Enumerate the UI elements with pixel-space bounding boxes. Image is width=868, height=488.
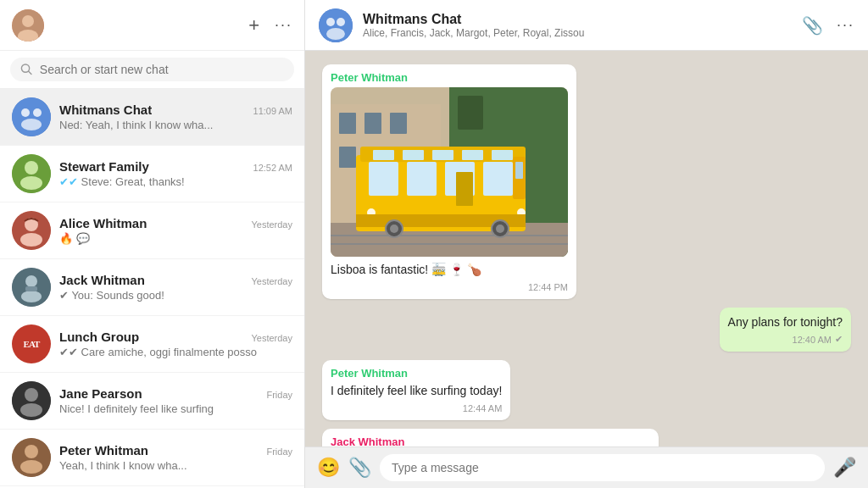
svg-point-11 (20, 176, 42, 190)
chat-item-jack[interactable]: Jack Whitman Yesterday ✔ You: Sounds goo… (0, 259, 304, 316)
chat-item-alice[interactable]: Alice Whitman Yesterday 🔥 💬 (0, 202, 304, 259)
chat-name-jack: Jack Whitman (59, 273, 145, 287)
svg-rect-39 (458, 96, 483, 130)
chat-preview-jack: ✔ You: Sounds good! (59, 289, 292, 302)
chat-info-stewart: Stewart Family 12:52 AM ✔✔ Steve: Great,… (59, 159, 292, 188)
chat-preview-stewart: ✔✔ Steve: Great, thanks! (59, 175, 292, 188)
chat-name-stewart: Stewart Family (59, 159, 149, 174)
attach-header-button[interactable]: 📎 (802, 15, 823, 36)
header-menu-button[interactable]: ··· (837, 16, 854, 34)
svg-point-62 (390, 225, 398, 233)
chat-info-peter: Peter Whitman Friday Yeah, I think I kno… (59, 443, 292, 472)
chat-preview-whitmans: Ned: Yeah, I think I know wha... (59, 119, 292, 131)
checkmarks-stewart: ✔✔ (59, 175, 78, 188)
msg-text-peter-1: Lisboa is fantastic! 🚋 🍷 🍗 (331, 262, 568, 279)
avatar-peter (12, 438, 51, 477)
msg-time-peter-2: 12:44 AM (463, 403, 502, 413)
check-jack: ✔ (59, 289, 69, 302)
chat-preview-peter: Yeah, I think I know wha... (59, 459, 292, 472)
menu-button[interactable]: ··· (275, 16, 292, 34)
svg-point-28 (326, 28, 345, 40)
chat-time-peter: Friday (266, 446, 292, 457)
avatar-lunch: EAT (12, 324, 51, 363)
emoji-button[interactable]: 😊 (317, 457, 340, 479)
tram-image-container (331, 87, 568, 257)
svg-point-5 (12, 97, 51, 136)
chat-info-lunch: Lunch Group Yesterday ✔✔ Care amiche, og… (59, 330, 292, 358)
svg-rect-53 (483, 162, 513, 196)
svg-rect-58 (456, 172, 473, 206)
chat-time-alice: Yesterday (251, 219, 292, 230)
chat-header-info: Whitmans Chat Alice, Francis, Jack, Marg… (363, 12, 792, 39)
chat-header: Whitmans Chat Alice, Francis, Jack, Marg… (305, 0, 868, 51)
avatar-alice (12, 211, 51, 250)
message-peter-image: Peter Whitman (322, 64, 576, 299)
svg-point-63 (496, 225, 504, 233)
svg-point-14 (20, 233, 42, 247)
svg-point-6 (21, 108, 30, 117)
new-chat-button[interactable]: + (248, 14, 259, 36)
svg-rect-55 (515, 162, 523, 179)
chat-time-lunch: Yesterday (251, 333, 292, 343)
right-panel: Whitmans Chat Alice, Francis, Jack, Marg… (305, 0, 868, 488)
chat-info-alice: Alice Whitman Yesterday 🔥 💬 (59, 216, 292, 245)
attach-button[interactable]: 📎 (348, 457, 371, 479)
chat-name-peter: Peter Whitman (59, 443, 148, 458)
svg-point-7 (33, 108, 42, 117)
chat-header-actions: 📎 ··· (802, 15, 854, 36)
chat-item-jane[interactable]: Jane Pearson Friday Nice! I definitely f… (0, 373, 304, 430)
svg-rect-48 (462, 150, 483, 160)
search-icon (20, 63, 33, 76)
svg-point-8 (21, 119, 42, 130)
chat-name-whitmans: Whitmans Chat (59, 103, 152, 117)
chat-item-whitmans[interactable]: Whitmans Chat 11:09 AM Ned: Yeah, I thin… (0, 89, 304, 146)
svg-point-23 (25, 445, 38, 458)
sender-peter-1: Peter Whitman (331, 71, 568, 84)
svg-point-1 (22, 15, 34, 27)
chat-name-lunch: Lunch Group (59, 330, 139, 344)
svg-point-16 (25, 275, 37, 287)
chat-name-alice: Alice Whitman (59, 216, 147, 230)
message-input[interactable] (380, 454, 825, 481)
svg-rect-18 (25, 286, 37, 291)
chat-list: Whitmans Chat 11:09 AM Ned: Yeah, I thin… (0, 89, 304, 488)
chat-header-members: Alice, Francis, Jack, Margot, Peter, Roy… (363, 27, 792, 39)
chat-item-peter[interactable]: Peter Whitman Friday Yeah, I think I kno… (0, 430, 304, 486)
search-input[interactable] (40, 63, 284, 76)
svg-rect-35 (339, 147, 356, 168)
msg-text-sent: Any plans for tonight? (728, 314, 843, 331)
chat-info-jack: Jack Whitman Yesterday ✔ You: Sounds goo… (59, 273, 292, 302)
top-bar: + ··· (0, 0, 304, 51)
self-avatar[interactable] (12, 9, 44, 42)
chat-item-lunch[interactable]: EAT Lunch Group Yesterday ✔✔ Care amiche… (0, 316, 304, 373)
search-bar (0, 51, 304, 89)
sender-jack: Jack Whitman (331, 435, 650, 446)
svg-point-10 (25, 161, 38, 175)
message-peter-surfing: Peter Whitman I definitely feel like sur… (322, 360, 510, 420)
svg-rect-51 (407, 162, 437, 196)
svg-point-27 (337, 18, 345, 26)
svg-rect-49 (492, 150, 513, 160)
msg-time-peter-1: 12:44 PM (528, 282, 568, 292)
avatar-jack (12, 268, 51, 307)
chat-time-jane: Friday (266, 390, 292, 400)
avatar-jane (12, 381, 51, 420)
svg-line-4 (29, 71, 31, 74)
chat-item-stewart[interactable]: Stewart Family 12:52 AM ✔✔ Steve: Great,… (0, 146, 304, 202)
sender-peter-2: Peter Whitman (331, 367, 502, 380)
chat-info-whitmans: Whitmans Chat 11:09 AM Ned: Yeah, I thin… (59, 103, 292, 131)
msg-check-sent: ✔ (835, 334, 843, 345)
chat-preview-lunch: ✔✔ Care amiche, oggi finalmente posso (59, 346, 292, 358)
svg-point-21 (20, 403, 42, 417)
mic-button[interactable]: 🎤 (833, 457, 856, 479)
svg-rect-34 (390, 113, 407, 134)
svg-rect-45 (373, 150, 394, 160)
msg-time-sent: 12:40 AM (793, 335, 832, 345)
avatar-whitmans (12, 97, 51, 136)
svg-point-20 (25, 388, 38, 402)
chat-time-jack: Yesterday (251, 276, 292, 286)
message-sent-tonight: Any plans for tonight? 12:40 AM ✔ (720, 308, 851, 352)
avatar-stewart (12, 154, 51, 193)
svg-point-17 (21, 291, 42, 302)
chat-preview-alice: 🔥 💬 (59, 232, 292, 245)
